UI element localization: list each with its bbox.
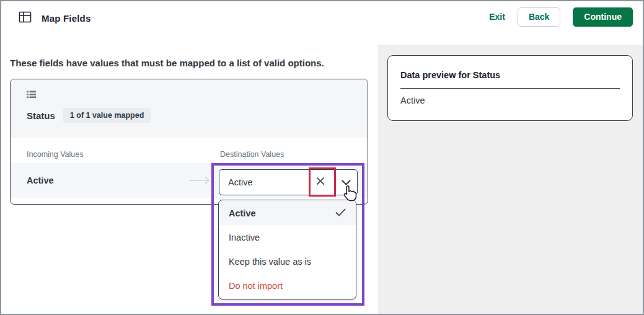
option-label: Keep this value as is — [229, 257, 311, 267]
arrow-right-icon — [188, 175, 212, 188]
dropdown-option-do-not-import[interactable]: Do not import — [219, 273, 356, 298]
preview-title: Data preview for Status — [400, 70, 620, 89]
check-icon — [335, 208, 346, 218]
map-fields-page: Map Fields Exit Back Continue These fiel… — [0, 0, 644, 315]
destination-value-combobox[interactable]: Active — [219, 169, 358, 195]
destination-dropdown-menu: Active Inactive Keep this value as is Do… — [218, 200, 356, 299]
header: Map Fields Exit Back Continue — [1, 1, 643, 46]
instruction-text: These fields have values that must be ma… — [10, 58, 324, 68]
header-actions: Exit Back Continue — [489, 7, 633, 26]
incoming-value: Active — [27, 175, 54, 185]
chevron-down-icon — [342, 177, 351, 188]
incoming-values-header: Incoming Values — [27, 150, 220, 159]
mapped-count-badge: 1 of 1 value mapped — [63, 108, 151, 123]
list-icon — [27, 90, 36, 100]
field-name: Status — [27, 110, 55, 121]
data-preview-card: Data preview for Status Active — [387, 55, 633, 121]
x-icon — [316, 177, 325, 188]
preview-value: Active — [400, 95, 620, 105]
open-dropdown-button[interactable] — [334, 170, 357, 195]
page-title: Map Fields — [42, 13, 91, 24]
header-left: Map Fields — [19, 11, 91, 26]
option-label: Active — [229, 208, 256, 218]
back-button[interactable]: Back — [518, 7, 560, 27]
column-headers: Incoming Values Destination Values — [11, 138, 368, 159]
dropdown-option-inactive[interactable]: Inactive — [219, 225, 356, 249]
option-label: Inactive — [229, 233, 260, 242]
exit-button[interactable]: Exit — [489, 12, 505, 22]
field-card-header: Status 1 of 1 value mapped — [11, 79, 368, 138]
continue-button[interactable]: Continue — [573, 7, 633, 27]
dropdown-option-active[interactable]: Active — [219, 201, 356, 225]
combobox-selected-value: Active — [219, 170, 307, 195]
dropdown-option-keep-value[interactable]: Keep this value as is — [219, 249, 356, 273]
destination-values-header: Destination Values — [220, 150, 284, 159]
preview-panel: Data preview for Status Active — [378, 45, 643, 314]
field-title-row: Status 1 of 1 value mapped — [27, 108, 351, 123]
option-label: Do not import — [229, 281, 283, 291]
clear-value-button[interactable] — [307, 170, 334, 195]
table-grid-icon — [19, 11, 32, 26]
